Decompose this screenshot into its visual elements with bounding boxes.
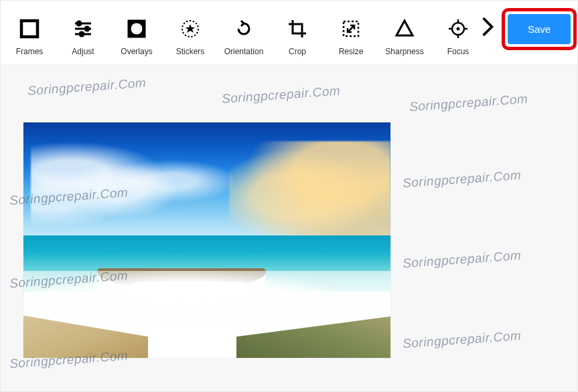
overlays-icon bbox=[123, 15, 151, 43]
editor-image[interactable] bbox=[23, 122, 390, 358]
svg-point-6 bbox=[80, 32, 84, 36]
focus-icon bbox=[444, 15, 472, 43]
tool-frames[interactable]: Frames bbox=[7, 15, 52, 56]
watermark-text: Soringpcrepair.Com bbox=[402, 248, 521, 271]
tool-list: Frames Adjust bbox=[7, 9, 480, 56]
svg-point-8 bbox=[131, 23, 143, 35]
tool-crop[interactable]: Crop bbox=[275, 15, 319, 56]
toolbar: Frames Adjust bbox=[1, 1, 577, 65]
tool-resize[interactable]: Resize bbox=[329, 15, 373, 56]
svg-marker-10 bbox=[186, 24, 195, 33]
tool-label: Crop bbox=[289, 47, 306, 56]
svg-line-12 bbox=[348, 25, 354, 32]
tool-label: Overlays bbox=[121, 47, 152, 56]
svg-point-4 bbox=[77, 21, 81, 25]
orientation-icon bbox=[230, 15, 258, 43]
chevron-right-icon bbox=[480, 15, 495, 38]
svg-point-15 bbox=[457, 27, 460, 30]
tool-label: Frames bbox=[16, 47, 44, 56]
crop-icon bbox=[283, 15, 311, 43]
watermark-text: Soringpcrepair.Com bbox=[402, 168, 521, 191]
tool-sharpness[interactable]: Sharpness bbox=[382, 15, 427, 56]
image-content bbox=[23, 122, 390, 358]
tool-orientation[interactable]: Orientation bbox=[222, 15, 266, 56]
watermark-text: Soringpcrepair.Com bbox=[409, 92, 528, 114]
frames-icon bbox=[15, 15, 44, 43]
app-window: Frames Adjust bbox=[0, 0, 578, 392]
adjust-icon bbox=[69, 15, 97, 43]
tool-label: Stickers bbox=[176, 47, 205, 56]
toolbar-next-button[interactable] bbox=[480, 13, 495, 40]
tool-adjust[interactable]: Adjust bbox=[61, 15, 105, 56]
canvas-area: Soringpcrepair.Com Soringpcrepair.Com So… bbox=[1, 65, 577, 392]
watermark-text: Soringpcrepair.Com bbox=[27, 76, 146, 98]
watermark-text: Soringpcrepair.Com bbox=[221, 84, 340, 106]
save-button-highlight: Save bbox=[502, 8, 577, 50]
resize-icon bbox=[337, 15, 365, 43]
tool-label: Adjust bbox=[72, 47, 94, 56]
tool-overlays[interactable]: Overlays bbox=[115, 15, 159, 56]
watermark-text: Soringpcrepair.Com bbox=[402, 328, 521, 351]
stickers-icon bbox=[176, 15, 204, 43]
svg-marker-13 bbox=[396, 21, 413, 35]
tool-label: Sharpness bbox=[385, 47, 423, 56]
tool-stickers[interactable]: Stickers bbox=[168, 15, 212, 56]
svg-rect-0 bbox=[21, 21, 38, 37]
tool-label: Orientation bbox=[224, 47, 264, 56]
tool-focus[interactable]: Focus bbox=[436, 15, 480, 56]
tool-label: Focus bbox=[447, 47, 469, 56]
tool-label: Resize bbox=[339, 47, 364, 56]
svg-point-5 bbox=[85, 27, 89, 31]
sharpness-icon bbox=[390, 15, 419, 43]
save-button[interactable]: Save bbox=[508, 14, 571, 44]
